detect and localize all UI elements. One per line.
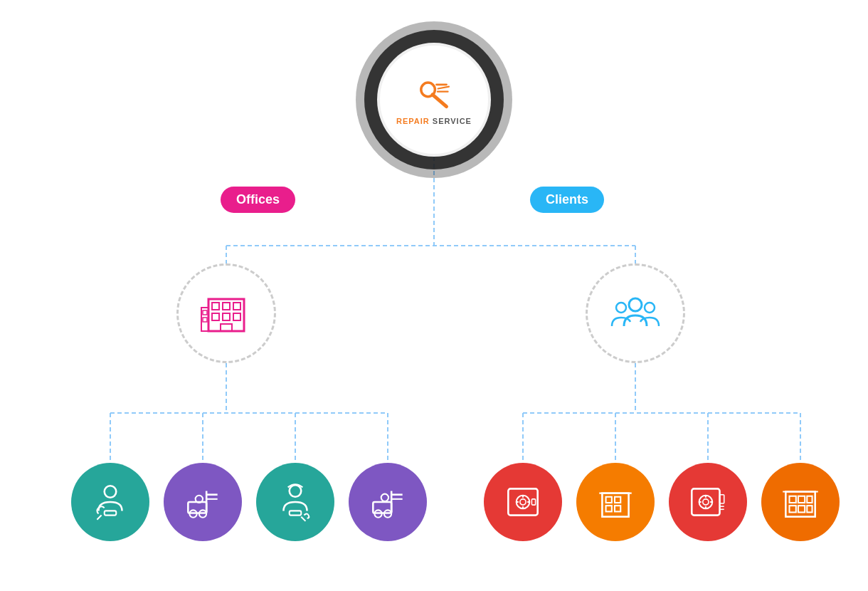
- repair-service-logo-icon: [409, 75, 459, 114]
- root-label: REPAIR SERVICE: [396, 117, 472, 125]
- svg-rect-83: [807, 506, 812, 512]
- svg-point-69: [703, 499, 709, 505]
- building-clients-icon-2: [778, 480, 822, 524]
- mechanic-icon: [273, 480, 317, 524]
- svg-rect-23: [223, 303, 230, 310]
- svg-point-32: [629, 298, 642, 311]
- forklift-icon-2: [366, 480, 410, 524]
- svg-rect-79: [798, 496, 805, 503]
- building-clients-node-2: [761, 463, 840, 541]
- root-node: REPAIR SERVICE: [377, 43, 491, 157]
- forklift-node-2: [349, 463, 427, 541]
- svg-rect-27: [233, 313, 240, 320]
- svg-point-33: [616, 303, 626, 313]
- svg-line-17: [433, 94, 447, 106]
- forklift-icon-1: [181, 480, 225, 524]
- svg-point-44: [290, 485, 302, 497]
- safe-machine-node-1: [484, 463, 562, 541]
- svg-rect-22: [212, 303, 219, 310]
- svg-rect-30: [203, 310, 207, 315]
- svg-rect-25: [212, 313, 219, 320]
- svg-rect-82: [798, 506, 805, 512]
- svg-rect-24: [233, 303, 240, 310]
- svg-point-34: [645, 303, 655, 313]
- svg-rect-53: [508, 488, 537, 515]
- building-clients-icon-1: [593, 480, 637, 524]
- diagram-container: REPAIR SERVICE Offices Clients: [0, 0, 868, 591]
- repair-text: REPAIR: [396, 117, 430, 125]
- svg-rect-45: [290, 511, 302, 515]
- svg-rect-21: [208, 299, 244, 331]
- mechanic-node: [256, 463, 334, 541]
- technician-icon: [88, 480, 132, 524]
- svg-line-19: [438, 86, 449, 88]
- offices-badge: Offices: [221, 187, 295, 213]
- forklift-node-1: [164, 463, 242, 541]
- safe-icon-2: [686, 480, 730, 524]
- building-clients-node-1: [576, 463, 655, 541]
- clients-group-icon: [607, 285, 664, 342]
- safe-machine-node-2: [669, 463, 747, 541]
- clients-mid-node: [586, 263, 685, 363]
- svg-rect-62: [606, 497, 612, 503]
- root-circle: REPAIR SERVICE: [377, 43, 491, 157]
- svg-point-52: [381, 494, 388, 501]
- svg-rect-26: [223, 313, 230, 320]
- svg-rect-36: [105, 511, 117, 515]
- svg-rect-80: [807, 496, 812, 503]
- svg-rect-67: [692, 488, 719, 515]
- safe-icon-1: [501, 480, 545, 524]
- svg-rect-31: [203, 318, 207, 322]
- svg-rect-60: [531, 499, 535, 505]
- technician-node: [71, 463, 149, 541]
- service-text: SERVICE: [433, 117, 472, 125]
- svg-rect-81: [790, 506, 796, 512]
- svg-rect-64: [606, 506, 612, 511]
- svg-rect-78: [790, 496, 796, 503]
- offices-mid-node: [176, 263, 276, 363]
- svg-point-55: [520, 499, 526, 505]
- svg-rect-63: [615, 497, 620, 503]
- svg-rect-65: [615, 506, 620, 511]
- clients-badge: Clients: [530, 187, 604, 213]
- building-icon: [198, 285, 255, 342]
- svg-point-35: [105, 486, 117, 498]
